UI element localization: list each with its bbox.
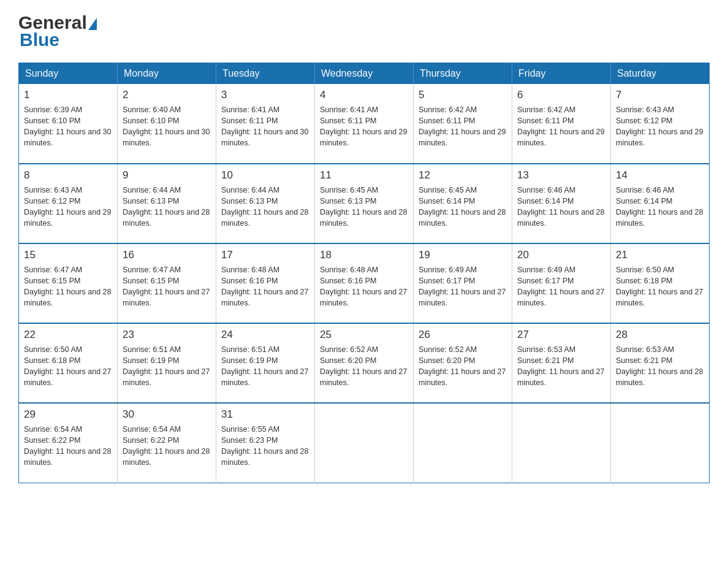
day-sunset: Sunset: 6:13 PM <box>320 197 376 205</box>
calendar-day-cell: 15Sunrise: 6:47 AMSunset: 6:15 PMDayligh… <box>19 243 118 323</box>
calendar-day-cell: 1Sunrise: 6:39 AMSunset: 6:10 PMDaylight… <box>19 84 118 164</box>
day-number: 19 <box>419 248 507 262</box>
day-sunrise: Sunrise: 6:40 AM <box>123 105 181 114</box>
day-sunset: Sunset: 6:22 PM <box>123 436 179 445</box>
calendar-day-cell: 9Sunrise: 6:44 AMSunset: 6:13 PMDaylight… <box>118 164 216 243</box>
day-sunset: Sunset: 6:13 PM <box>221 197 278 205</box>
calendar-week-row: 15Sunrise: 6:47 AMSunset: 6:15 PMDayligh… <box>19 243 710 323</box>
calendar-day-cell: 24Sunrise: 6:51 AMSunset: 6:19 PMDayligh… <box>216 323 315 403</box>
day-daylight: Daylight: 11 hours and 27 minutes. <box>24 367 111 387</box>
day-sunrise: Sunrise: 6:48 AM <box>221 266 279 274</box>
day-daylight: Daylight: 11 hours and 28 minutes. <box>221 208 308 228</box>
day-daylight: Daylight: 11 hours and 28 minutes. <box>616 367 703 387</box>
day-sunset: Sunset: 6:12 PM <box>24 197 80 205</box>
calendar-day-cell: 12Sunrise: 6:45 AMSunset: 6:14 PMDayligh… <box>414 164 512 243</box>
calendar-day-cell: 21Sunrise: 6:50 AMSunset: 6:18 PMDayligh… <box>611 243 710 323</box>
weekday-header-row: SundayMondayTuesdayWednesdayThursdayFrid… <box>19 63 710 85</box>
day-daylight: Daylight: 11 hours and 28 minutes. <box>221 447 308 467</box>
calendar-day-cell: 25Sunrise: 6:52 AMSunset: 6:20 PMDayligh… <box>315 323 414 403</box>
day-number: 2 <box>123 88 211 102</box>
day-daylight: Daylight: 11 hours and 29 minutes. <box>517 128 604 147</box>
calendar-week-row: 29Sunrise: 6:54 AMSunset: 6:22 PMDayligh… <box>19 403 710 483</box>
calendar-day-cell <box>414 403 512 483</box>
calendar-day-cell <box>611 403 710 483</box>
day-sunrise: Sunrise: 6:43 AM <box>24 186 82 194</box>
weekday-header-saturday: Saturday <box>611 63 710 85</box>
day-daylight: Daylight: 11 hours and 29 minutes. <box>419 128 506 147</box>
day-number: 7 <box>616 88 704 102</box>
day-sunset: Sunset: 6:14 PM <box>616 197 672 205</box>
calendar-table: SundayMondayTuesdayWednesdayThursdayFrid… <box>18 63 710 483</box>
day-daylight: Daylight: 11 hours and 27 minutes. <box>320 288 407 307</box>
calendar-day-cell: 28Sunrise: 6:53 AMSunset: 6:21 PMDayligh… <box>611 323 710 403</box>
day-number: 10 <box>221 168 309 183</box>
day-daylight: Daylight: 11 hours and 27 minutes. <box>221 288 308 307</box>
day-number: 4 <box>320 88 408 102</box>
day-daylight: Daylight: 11 hours and 28 minutes. <box>123 447 210 467</box>
weekday-header-tuesday: Tuesday <box>216 63 315 85</box>
day-sunrise: Sunrise: 6:46 AM <box>517 186 575 194</box>
calendar-day-cell <box>512 403 611 483</box>
day-daylight: Daylight: 11 hours and 27 minutes. <box>616 288 703 307</box>
day-daylight: Daylight: 11 hours and 27 minutes. <box>123 288 210 307</box>
calendar-day-cell: 23Sunrise: 6:51 AMSunset: 6:19 PMDayligh… <box>118 323 216 403</box>
calendar-day-cell: 29Sunrise: 6:54 AMSunset: 6:22 PMDayligh… <box>19 403 118 483</box>
calendar-week-row: 1Sunrise: 6:39 AMSunset: 6:10 PMDaylight… <box>19 84 710 164</box>
day-sunrise: Sunrise: 6:49 AM <box>517 266 575 274</box>
day-sunrise: Sunrise: 6:54 AM <box>123 425 181 434</box>
day-number: 23 <box>123 327 211 342</box>
day-sunset: Sunset: 6:18 PM <box>24 356 80 365</box>
day-sunset: Sunset: 6:19 PM <box>123 356 179 365</box>
day-sunset: Sunset: 6:17 PM <box>419 277 475 285</box>
calendar-day-cell: 6Sunrise: 6:42 AMSunset: 6:11 PMDaylight… <box>512 84 611 164</box>
day-number: 20 <box>517 248 605 262</box>
calendar-day-cell: 8Sunrise: 6:43 AMSunset: 6:12 PMDaylight… <box>19 164 118 243</box>
day-daylight: Daylight: 11 hours and 28 minutes. <box>517 208 604 228</box>
weekday-header-friday: Friday <box>512 63 611 85</box>
day-number: 11 <box>320 168 408 183</box>
day-sunrise: Sunrise: 6:39 AM <box>24 105 82 114</box>
day-daylight: Daylight: 11 hours and 28 minutes. <box>419 208 506 228</box>
day-sunrise: Sunrise: 6:51 AM <box>221 345 279 354</box>
day-sunset: Sunset: 6:11 PM <box>419 117 475 125</box>
calendar-day-cell: 22Sunrise: 6:50 AMSunset: 6:18 PMDayligh… <box>19 323 118 403</box>
day-sunset: Sunset: 6:20 PM <box>320 356 376 365</box>
day-sunrise: Sunrise: 6:52 AM <box>419 345 477 354</box>
day-sunset: Sunset: 6:11 PM <box>221 117 278 125</box>
day-number: 6 <box>517 88 605 102</box>
day-sunset: Sunset: 6:10 PM <box>24 117 80 125</box>
day-sunset: Sunset: 6:11 PM <box>517 117 574 125</box>
day-sunrise: Sunrise: 6:44 AM <box>221 186 279 194</box>
day-sunset: Sunset: 6:16 PM <box>221 277 278 285</box>
day-daylight: Daylight: 11 hours and 27 minutes. <box>517 288 604 307</box>
calendar-day-cell: 14Sunrise: 6:46 AMSunset: 6:14 PMDayligh… <box>611 164 710 243</box>
logo: General Blue <box>18 12 98 50</box>
calendar-day-cell: 7Sunrise: 6:43 AMSunset: 6:12 PMDaylight… <box>611 84 710 164</box>
day-daylight: Daylight: 11 hours and 29 minutes. <box>616 128 703 147</box>
day-sunset: Sunset: 6:21 PM <box>616 356 672 365</box>
day-number: 24 <box>221 327 309 342</box>
day-number: 16 <box>123 248 211 262</box>
day-sunset: Sunset: 6:15 PM <box>24 277 80 285</box>
day-number: 13 <box>517 168 605 183</box>
day-daylight: Daylight: 11 hours and 27 minutes. <box>517 367 604 387</box>
day-daylight: Daylight: 11 hours and 28 minutes. <box>320 208 407 228</box>
day-sunset: Sunset: 6:15 PM <box>123 277 179 285</box>
calendar-day-cell: 30Sunrise: 6:54 AMSunset: 6:22 PMDayligh… <box>118 403 216 483</box>
day-number: 8 <box>24 168 112 183</box>
weekday-header-monday: Monday <box>118 63 216 85</box>
day-daylight: Daylight: 11 hours and 29 minutes. <box>320 128 407 147</box>
weekday-header-thursday: Thursday <box>414 63 512 85</box>
day-number: 21 <box>616 248 704 262</box>
day-number: 29 <box>24 407 112 422</box>
day-number: 26 <box>419 327 507 342</box>
day-daylight: Daylight: 11 hours and 27 minutes. <box>320 367 407 387</box>
day-number: 18 <box>320 248 408 262</box>
day-number: 31 <box>221 407 309 422</box>
day-number: 15 <box>24 248 112 262</box>
day-sunrise: Sunrise: 6:54 AM <box>24 425 82 434</box>
calendar-day-cell: 5Sunrise: 6:42 AMSunset: 6:11 PMDaylight… <box>414 84 512 164</box>
calendar-day-cell: 2Sunrise: 6:40 AMSunset: 6:10 PMDaylight… <box>118 84 216 164</box>
day-sunset: Sunset: 6:22 PM <box>24 436 80 445</box>
day-sunrise: Sunrise: 6:53 AM <box>616 345 674 354</box>
